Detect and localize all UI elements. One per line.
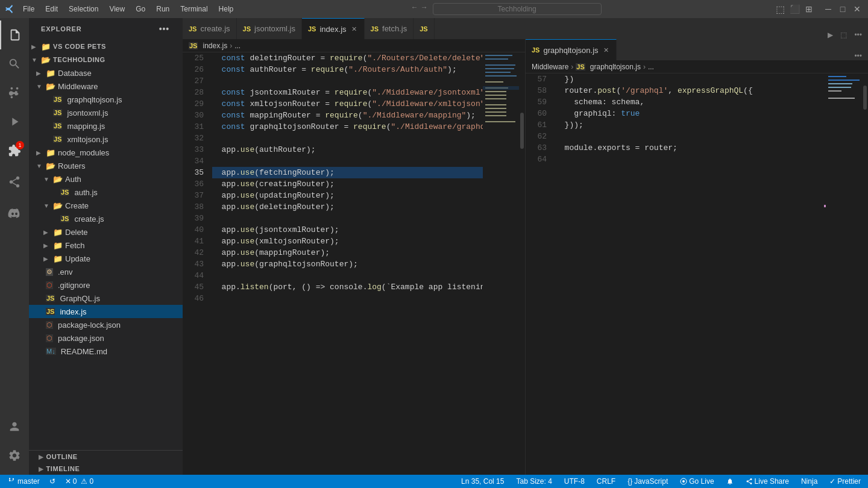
layout-icon[interactable]: ⊞ xyxy=(803,3,815,15)
menu-edit[interactable]: Edit xyxy=(40,4,63,14)
sidebar-section-outline[interactable]: ▶ OUTLINE xyxy=(29,451,183,463)
svg-rect-15 xyxy=(485,111,506,113)
sync-indicator[interactable]: ↺ xyxy=(47,475,58,488)
branch-name: master xyxy=(17,477,40,486)
tab-graphqltojson[interactable]: JS graphqltojson.js ✕ xyxy=(526,39,617,60)
right-editor-more-btn[interactable]: ••• xyxy=(852,52,864,60)
live-share-status-icon xyxy=(746,478,753,485)
tab-fetch[interactable]: JS fetch.js xyxy=(365,18,414,39)
eol-indicator[interactable]: CRLF xyxy=(594,475,618,488)
search-activity-icon[interactable] xyxy=(0,49,29,78)
source-control-activity-icon[interactable] xyxy=(0,78,29,107)
account-activity-icon[interactable] xyxy=(0,412,29,441)
tab-jsontoxml[interactable]: JS jsontoxml.js xyxy=(237,18,302,39)
editor-more-btn[interactable]: ••• xyxy=(852,31,864,39)
sidebar-item-package-lock[interactable]: ▶ ⬡ package-lock.json xyxy=(29,318,183,331)
minimap-left xyxy=(483,52,519,475)
editor-split-btn[interactable]: ⬚ xyxy=(838,31,849,39)
sidebar-item-techholding[interactable]: ▼ 📂 TECHHOLDING xyxy=(29,53,183,66)
sidebar-item-update-folder[interactable]: ▶ 📁 Update xyxy=(29,252,183,265)
tab-close-graphqltojson[interactable]: ✕ xyxy=(602,46,610,55)
sidebar-item-vs-code-pets[interactable]: ▶ 📁 VS CODE PETS xyxy=(29,40,183,53)
left-code-editor[interactable]: 25 26 27 28 29 30 31 32 33 34 35 36 37 3… xyxy=(183,52,525,475)
sidebar-item-gitignore[interactable]: ▶ ⬡ .gitignore xyxy=(29,278,183,292)
panel-toggle-icon[interactable]: ⬛ xyxy=(788,3,800,15)
sidebar-item-auth-folder[interactable]: ▼ 📂 Auth xyxy=(29,172,183,186)
sidebar-item-create-folder[interactable]: ▼ 📂 Create xyxy=(29,199,183,212)
sidebar-item-middleware[interactable]: ▼ 📂 Middleware xyxy=(29,80,183,93)
ninja-indicator[interactable]: Ninja xyxy=(799,475,820,488)
menu-run[interactable]: Run xyxy=(151,4,174,14)
tab-size-indicator[interactable]: Tab Size: 4 xyxy=(514,475,554,488)
sidebar-item-xmltojson[interactable]: ▶ JS xmltojson.js xyxy=(29,133,183,146)
editor-run-btn[interactable]: ▶ xyxy=(825,31,835,39)
sidebar-item-create-js[interactable]: ▶ JS create.js xyxy=(29,212,183,225)
sidebar-toggle-icon[interactable]: ⬚ xyxy=(774,3,786,15)
menu-file[interactable]: File xyxy=(18,4,39,14)
live-share-activity-icon[interactable] xyxy=(0,167,29,196)
menu-view[interactable]: View xyxy=(104,4,130,14)
prettier-indicator[interactable]: ✓ Prettier xyxy=(827,475,863,488)
right-code-editor[interactable]: 57 58 59 60 61 62 63 64 }) router.post('… xyxy=(526,74,868,475)
menu-terminal[interactable]: Terminal xyxy=(175,4,212,14)
sidebar-item-fetch-folder[interactable]: ▶ 📁 Fetch xyxy=(29,239,183,252)
sidebar-item-mapping[interactable]: ▶ JS mapping.js xyxy=(29,119,183,133)
error-warning-indicator[interactable]: ✕ 0 ⚠ 0 xyxy=(63,475,96,488)
scrollbar-right[interactable] xyxy=(862,74,868,475)
ninja-label: Ninja xyxy=(801,477,817,486)
folder-open-icon: 📂 xyxy=(41,55,51,64)
tab-index[interactable]: JS index.js ✕ xyxy=(302,18,365,39)
menu-go[interactable]: Go xyxy=(131,4,150,14)
language-indicator[interactable]: {} JavaScript xyxy=(625,475,670,488)
js-file-icon-auth: JS xyxy=(60,189,69,196)
maximize-btn[interactable]: □ xyxy=(837,3,849,15)
search-input[interactable] xyxy=(433,3,602,15)
sidebar-item-graphql-js[interactable]: ▶ JS GraphQL.js xyxy=(29,292,183,305)
sidebar-item-package-json[interactable]: ▶ ⬡ package.json xyxy=(29,331,183,345)
testing-activity-icon[interactable] xyxy=(0,199,29,228)
live-share-label: Live Share xyxy=(755,477,789,486)
nav-fwd-btn[interactable]: → xyxy=(421,3,428,15)
sidebar-item-index-js[interactable]: ▶ JS index.js xyxy=(29,305,183,318)
sidebar-item-jsontoxml[interactable]: ▶ JS jsontoxml.js xyxy=(29,106,183,119)
tab-close-index[interactable]: ✕ xyxy=(350,25,358,34)
menu-help[interactable]: Help xyxy=(214,4,239,14)
vscode-logo-icon xyxy=(5,4,14,14)
run-debug-activity-icon[interactable] xyxy=(0,107,29,136)
code-content-right[interactable]: }) router.post('/graphql', expressGraphQ… xyxy=(553,74,826,475)
encoding-indicator[interactable]: UTF-8 xyxy=(562,475,587,488)
scrollbar-thumb-left[interactable] xyxy=(520,113,524,149)
close-btn[interactable]: ✕ xyxy=(851,3,863,15)
bell-btn[interactable] xyxy=(724,475,736,488)
rln-62: 62 xyxy=(526,131,547,142)
menu-selection[interactable]: Selection xyxy=(64,4,103,14)
tab-create[interactable]: JS create.js xyxy=(183,18,237,39)
cursor-position[interactable]: Ln 35, Col 15 xyxy=(459,475,506,488)
sidebar-item-env[interactable]: ▶ ⚙ .env xyxy=(29,265,183,278)
tab-js-badge-index: JS xyxy=(308,25,316,33)
go-live-btn[interactable]: Go Live xyxy=(678,475,716,488)
tab-unnamed[interactable]: JS xyxy=(414,18,434,39)
svg-rect-14 xyxy=(485,108,506,109)
branch-indicator[interactable]: master xyxy=(5,475,42,488)
scrollbar-left[interactable] xyxy=(519,52,525,475)
sidebar-section-timeline[interactable]: ▶ TIMELINE xyxy=(29,463,183,475)
sidebar-more-btn[interactable]: ••• xyxy=(158,23,171,35)
svg-rect-7 xyxy=(485,81,503,83)
sidebar-item-graphqltojson[interactable]: ▶ JS graphqltojson.js xyxy=(29,93,183,106)
extensions-activity-icon[interactable]: 1 xyxy=(0,136,29,165)
sidebar-item-node-modules[interactable]: ▶ 📁 node_modules xyxy=(29,146,183,159)
explorer-activity-icon[interactable] xyxy=(0,20,29,49)
sidebar-item-delete-folder[interactable]: ▶ 📁 Delete xyxy=(29,225,183,239)
sidebar-item-database[interactable]: ▶ 📁 Database xyxy=(29,66,183,80)
code-content-left[interactable]: const deletingRouter = require("./Router… xyxy=(210,52,483,475)
nav-back-btn[interactable]: ← xyxy=(411,3,418,15)
sidebar-item-readme[interactable]: ▶ M↓ README.md xyxy=(29,345,183,358)
settings-activity-icon[interactable] xyxy=(0,441,29,470)
minimize-btn[interactable]: ─ xyxy=(822,3,834,15)
sidebar-item-routers[interactable]: ▼ 📂 Routers xyxy=(29,159,183,172)
ln-42: 42 xyxy=(183,247,204,258)
sidebar-item-auth-js[interactable]: ▶ JS auth.js xyxy=(29,186,183,199)
scrollbar-thumb-right[interactable] xyxy=(863,86,867,110)
live-share-btn[interactable]: Live Share xyxy=(743,475,791,488)
